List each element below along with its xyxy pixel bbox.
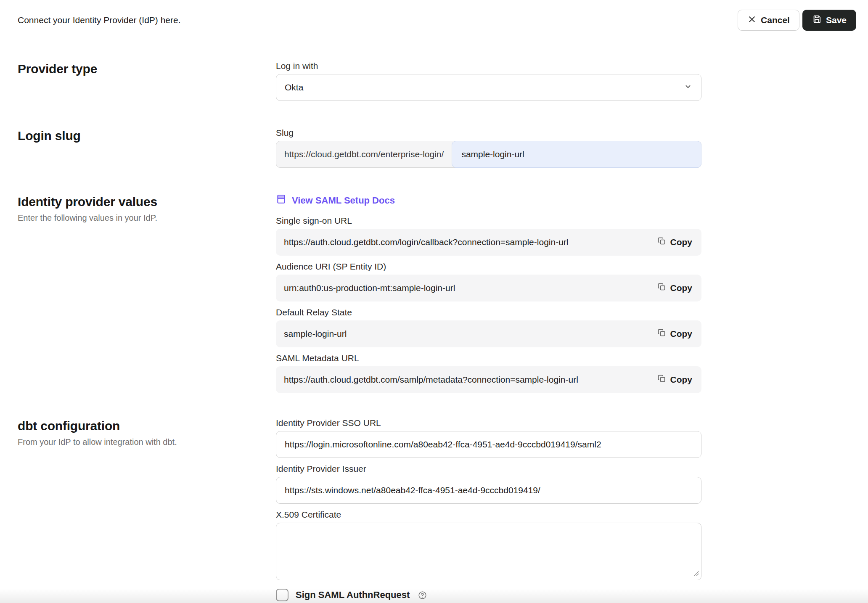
relay-state-label: Default Relay State: [276, 307, 701, 317]
section-provider-type: Provider type Log in with Okta: [0, 61, 868, 101]
slug-label: Slug: [276, 128, 701, 138]
sso-url-value: https://auth.cloud.getdbt.com/login/call…: [284, 237, 568, 247]
audience-uri-copy-button[interactable]: Copy: [655, 279, 695, 297]
sign-authn-label: Sign SAML AuthnRequest: [296, 590, 410, 600]
x509-certificate-textarea[interactable]: [276, 523, 701, 580]
slug-input[interactable]: [452, 141, 701, 168]
login-with-selected-value: Okta: [285, 82, 303, 93]
login-with-label: Log in with: [276, 61, 701, 71]
chevron-down-icon: [683, 82, 693, 93]
sso-url-block: Single sign-on URL https://auth.cloud.ge…: [276, 216, 701, 256]
copy-icon: [657, 328, 666, 339]
question-circle-icon[interactable]: [418, 590, 427, 600]
view-saml-docs-label: View SAML Setup Docs: [292, 195, 395, 206]
idp-sso-url-block: Identity Provider SSO URL: [276, 418, 701, 458]
copy-button-label: Copy: [670, 283, 693, 293]
dbt-configuration-title: dbt configuration: [18, 419, 276, 433]
idp-sso-url-input[interactable]: [276, 431, 701, 458]
notebook-icon: [276, 194, 286, 207]
copy-icon: [657, 283, 666, 294]
idp-sso-url-label: Identity Provider SSO URL: [276, 418, 701, 428]
audience-uri-readonly-field: urn:auth0:us-production-mt:sample-login-…: [276, 275, 701, 302]
page-description: Connect your Identity Provider (IdP) her…: [18, 15, 181, 25]
sign-authn-checkbox[interactable]: [276, 589, 288, 601]
section-dbt-configuration: dbt configuration From your IdP to allow…: [0, 418, 868, 601]
copy-button-label: Copy: [670, 237, 693, 247]
copy-button-label: Copy: [670, 375, 693, 385]
idp-issuer-block: Identity Provider Issuer: [276, 464, 701, 504]
audience-uri-value: urn:auth0:us-production-mt:sample-login-…: [284, 283, 455, 293]
section-idp-values: Identity provider values Enter the follo…: [0, 194, 868, 399]
save-button[interactable]: Save: [802, 10, 856, 31]
floppy-disk-icon: [812, 14, 822, 26]
metadata-url-value: https://auth.cloud.getdbt.com/samlp/meta…: [284, 375, 578, 385]
x509-certificate-label: X.509 Certificate: [276, 510, 701, 520]
metadata-url-readonly-field: https://auth.cloud.getdbt.com/samlp/meta…: [276, 366, 701, 393]
slug-url-prefix: https://cloud.getdbt.com/enterprise-logi…: [276, 141, 452, 167]
topbar-actions: Cancel Save: [738, 10, 856, 31]
login-with-select[interactable]: Okta: [276, 74, 701, 101]
section-login-slug: Login slug Slug https://cloud.getdbt.com…: [0, 128, 868, 168]
x509-certificate-block: X.509 Certificate: [276, 510, 701, 580]
relay-state-block: Default Relay State sample-login-url Cop…: [276, 307, 701, 347]
login-slug-title: Login slug: [18, 129, 276, 143]
close-icon: [747, 15, 757, 26]
relay-state-copy-button[interactable]: Copy: [655, 325, 695, 343]
sso-url-copy-button[interactable]: Copy: [655, 233, 695, 251]
view-saml-docs-link[interactable]: View SAML Setup Docs: [276, 194, 395, 207]
metadata-url-copy-button[interactable]: Copy: [655, 371, 695, 389]
topbar: Connect your Identity Provider (IdP) her…: [0, 0, 868, 39]
dbt-configuration-subtitle: From your IdP to allow integration with …: [18, 437, 276, 447]
copy-icon: [657, 237, 666, 248]
idp-values-subtitle: Enter the following values in your IdP.: [18, 213, 276, 223]
copy-button-label: Copy: [670, 329, 693, 339]
relay-state-readonly-field: sample-login-url Copy: [276, 320, 701, 347]
relay-state-value: sample-login-url: [284, 329, 347, 339]
sso-url-readonly-field: https://auth.cloud.getdbt.com/login/call…: [276, 229, 701, 256]
audience-uri-block: Audience URI (SP Entity ID) urn:auth0:us…: [276, 262, 701, 302]
slug-field: https://cloud.getdbt.com/enterprise-logi…: [276, 141, 701, 168]
save-button-label: Save: [826, 15, 847, 25]
cancel-button-label: Cancel: [761, 15, 790, 25]
metadata-url-label: SAML Metadata URL: [276, 353, 701, 363]
sign-authn-row: Sign SAML AuthnRequest: [276, 589, 701, 601]
metadata-url-block: SAML Metadata URL https://auth.cloud.get…: [276, 353, 701, 393]
idp-issuer-label: Identity Provider Issuer: [276, 464, 701, 474]
provider-type-title: Provider type: [18, 62, 276, 76]
audience-uri-label: Audience URI (SP Entity ID): [276, 262, 701, 272]
cancel-button[interactable]: Cancel: [738, 10, 799, 31]
sso-url-label: Single sign-on URL: [276, 216, 701, 226]
idp-values-title: Identity provider values: [18, 195, 276, 209]
copy-icon: [657, 374, 666, 385]
idp-issuer-input[interactable]: [276, 477, 701, 504]
